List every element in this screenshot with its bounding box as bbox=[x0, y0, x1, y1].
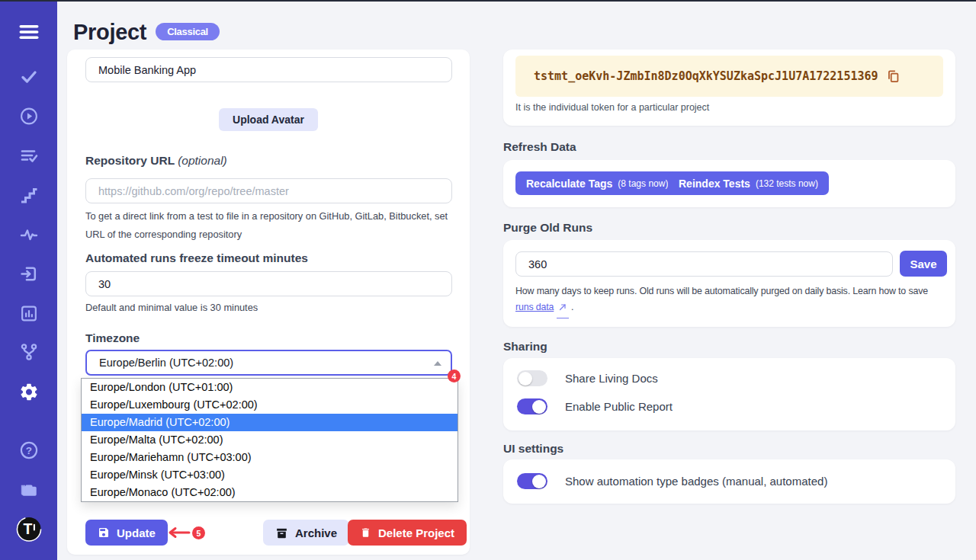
project-token-box: tstmt_oeKvh-JZmbIn8Dz0OqXkYSUZkaSpcJ1U7A… bbox=[515, 56, 943, 97]
page-title: ProjectClassical bbox=[73, 20, 220, 45]
timezone-label: Timezone bbox=[85, 331, 140, 345]
chevron-up-icon bbox=[434, 361, 441, 366]
delete-project-button[interactable]: Delete Project bbox=[348, 520, 467, 546]
list-check-icon[interactable] bbox=[19, 147, 39, 165]
timezone-option[interactable]: Europe/Malta (UTC+02:00) bbox=[82, 431, 458, 449]
timezone-option[interactable]: Europe/Mariehamn (UTC+03:00) bbox=[82, 449, 458, 466]
annotation-badge-4: 4 bbox=[448, 370, 461, 382]
timezone-select[interactable]: Europe/Berlin (UTC+02:00) bbox=[85, 350, 452, 376]
copy-token-button[interactable] bbox=[886, 69, 901, 84]
sharing-card: Share Living Docs Enable Public Report bbox=[503, 358, 955, 430]
play-circle-icon[interactable] bbox=[19, 107, 38, 126]
window-top-edge bbox=[0, 0, 976, 2]
automation-badges-row: Show automation type badges (manual, aut… bbox=[517, 472, 827, 490]
folder-icon[interactable] bbox=[18, 480, 40, 500]
automation-badges-toggle[interactable] bbox=[517, 473, 547, 489]
testomat-logo[interactable]: T bbox=[15, 516, 42, 542]
steps-icon[interactable] bbox=[19, 187, 38, 205]
branch-icon[interactable] bbox=[19, 342, 39, 362]
ui-settings-card: Show automation type badges (manual, aut… bbox=[503, 459, 955, 504]
purge-old-runs-heading: Purge Old Runs bbox=[503, 221, 592, 235]
save-icon bbox=[98, 526, 110, 539]
recalculate-tags-button[interactable]: Recalculate Tags (8 tags now) bbox=[515, 171, 679, 195]
share-living-docs-row: Share Living Docs bbox=[517, 370, 658, 387]
bar-chart-icon[interactable] bbox=[19, 304, 38, 323]
repository-url-help: To get a direct link from a test to file… bbox=[85, 207, 461, 244]
token-caption: It is the individual token for a particu… bbox=[515, 102, 709, 113]
sign-in-icon[interactable] bbox=[19, 264, 38, 283]
purge-help: How many days to keep runs. Old runs wil… bbox=[515, 283, 945, 318]
check-icon[interactable] bbox=[19, 68, 39, 86]
trash-icon bbox=[360, 526, 371, 539]
purge-days-input[interactable] bbox=[515, 251, 893, 277]
freeze-timeout-help: Default and minimal value is 30 minutes bbox=[85, 302, 258, 313]
menu-icon[interactable] bbox=[18, 23, 39, 41]
archive-button[interactable]: Archive bbox=[263, 520, 349, 546]
archive-icon bbox=[275, 526, 288, 539]
timezone-option[interactable]: Europe/Monaco (UTC+02:00) bbox=[82, 484, 458, 501]
share-living-docs-label: Share Living Docs bbox=[565, 372, 658, 385]
copy-icon bbox=[886, 69, 901, 84]
project-name-input[interactable] bbox=[85, 57, 452, 82]
freeze-timeout-label: Automated runs freeze timeout minutes bbox=[85, 251, 308, 265]
timezone-option-selected[interactable]: Europe/Madrid (UTC+02:00) bbox=[82, 414, 458, 431]
share-living-docs-toggle[interactable] bbox=[517, 370, 547, 386]
annotation-arrow bbox=[163, 526, 191, 542]
page-title-text: Project bbox=[73, 20, 146, 44]
update-button[interactable]: Update bbox=[85, 520, 168, 546]
enable-public-report-label: Enable Public Report bbox=[565, 400, 673, 413]
annotation-badge-5: 5 bbox=[192, 526, 205, 539]
reindex-tests-button[interactable]: Reindex Tests (132 tests now) bbox=[668, 171, 829, 195]
repository-url-label: Repository URL (optional) bbox=[85, 154, 227, 168]
optional-hint: (optional) bbox=[178, 154, 227, 167]
ui-settings-heading: UI settings bbox=[503, 442, 563, 456]
help-circle-icon[interactable]: ? bbox=[19, 440, 39, 460]
gear-icon[interactable] bbox=[18, 382, 39, 402]
upload-avatar-button[interactable]: Upload Avatar bbox=[219, 108, 318, 131]
svg-text:T: T bbox=[23, 520, 32, 537]
refresh-data-card: Recalculate Tags (8 tags now) Reindex Te… bbox=[503, 160, 955, 207]
token-card: tstmt_oeKvh-JZmbIn8Dz0OqXkYSUZkaSpcJ1U7A… bbox=[503, 50, 955, 126]
save-button[interactable]: Save bbox=[900, 251, 947, 277]
project-settings-card: Upload Avatar Repository URL (optional) … bbox=[67, 50, 470, 555]
activity-icon[interactable] bbox=[19, 226, 39, 244]
refresh-data-heading: Refresh Data bbox=[503, 140, 576, 154]
sidebar: ? T bbox=[0, 0, 57, 560]
enable-public-report-toggle[interactable] bbox=[517, 398, 547, 414]
runs-data-link[interactable]: runs data bbox=[515, 302, 554, 312]
svg-text:?: ? bbox=[25, 445, 31, 456]
automation-badges-label: Show automation type badges (manual, aut… bbox=[565, 475, 827, 488]
classical-badge: Classical bbox=[156, 23, 220, 40]
project-token-value: tstmt_oeKvh-JZmbIn8Dz0OqXkYSUZkaSpcJ1U7A… bbox=[534, 69, 878, 83]
timezone-options-list: Europe/London (UTC+01:00) Europe/Luxembo… bbox=[81, 378, 458, 502]
right-column: tstmt_oeKvh-JZmbIn8Dz0OqXkYSUZkaSpcJ1U7A… bbox=[503, 0, 955, 560]
freeze-timeout-input[interactable] bbox=[85, 271, 452, 296]
timezone-option[interactable]: Europe/London (UTC+01:00) bbox=[82, 379, 458, 396]
external-link-icon[interactable] bbox=[557, 301, 569, 318]
repository-url-input[interactable] bbox=[85, 178, 452, 203]
sharing-heading: Sharing bbox=[503, 340, 547, 354]
timezone-selected-value: Europe/Berlin (UTC+02:00) bbox=[99, 351, 233, 374]
enable-public-report-row: Enable Public Report bbox=[517, 398, 673, 415]
timezone-option[interactable]: Europe/Luxembourg (UTC+02:00) bbox=[82, 396, 458, 414]
timezone-option[interactable]: Europe/Minsk (UTC+03:00) bbox=[82, 466, 458, 484]
purge-old-runs-card: Save How many days to keep runs. Old run… bbox=[503, 240, 955, 327]
